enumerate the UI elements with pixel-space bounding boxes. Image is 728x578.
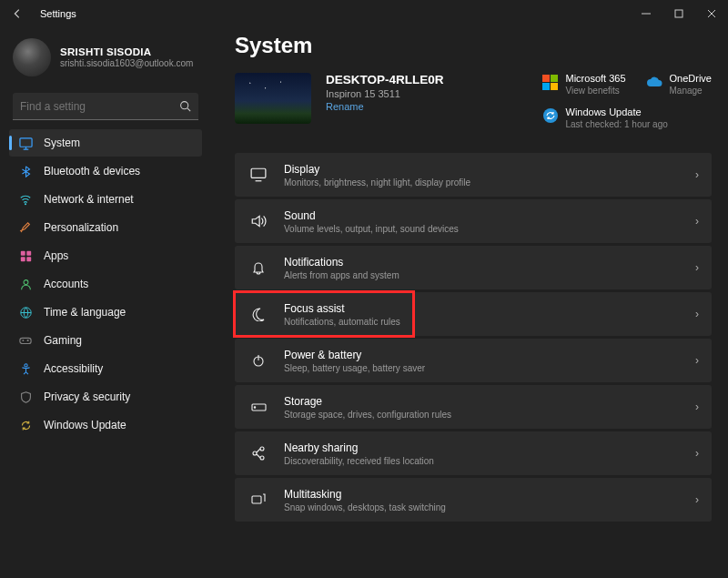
svg-point-11: [27, 340, 28, 340]
svg-rect-21: [252, 496, 261, 503]
list-item-display[interactable]: DisplayMonitors, brightness, night light…: [235, 153, 712, 197]
sidebar-item-personalization[interactable]: Personalization: [9, 214, 202, 241]
sidebar-item-update[interactable]: Windows Update: [9, 411, 202, 439]
sidebar-item-bluetooth[interactable]: Bluetooth & devices: [9, 157, 202, 185]
gamepad-icon: [16, 334, 35, 347]
title-bar: Settings: [0, 0, 728, 27]
nav-list: System Bluetooth & devices Network & int…: [7, 129, 204, 439]
list-item-multitasking[interactable]: MultitaskingSnap windows, desktops, task…: [235, 478, 712, 522]
sidebar-item-accessibility[interactable]: Accessibility: [9, 355, 202, 382]
svg-rect-4: [20, 250, 25, 255]
search-box[interactable]: [13, 93, 198, 120]
search-input[interactable]: [20, 100, 179, 113]
close-button[interactable]: [695, 0, 728, 27]
shield-icon: [16, 391, 35, 403]
sidebar-item-label: Gaming: [44, 334, 82, 347]
window-title: Settings: [40, 8, 76, 19]
sidebar-item-label: Time & language: [44, 306, 126, 319]
profile-email: srishti.sisodia1603@outlook.com: [60, 58, 193, 68]
bluetooth-icon: [16, 166, 35, 177]
list-item-storage[interactable]: StorageStorage space, drives, configurat…: [235, 385, 712, 429]
desktop-thumbnail[interactable]: [235, 73, 311, 124]
bell-icon: [248, 260, 269, 275]
multitasking-icon: [248, 493, 269, 506]
list-item-power[interactable]: Power & batterySleep, battery usage, bat…: [235, 339, 712, 382]
list-item-notifications[interactable]: NotificationsAlerts from apps and system…: [235, 246, 712, 289]
svg-rect-0: [675, 10, 682, 17]
maximize-button[interactable]: [662, 0, 695, 27]
moon-icon: [248, 307, 269, 321]
sidebar-item-network[interactable]: Network & internet: [9, 186, 202, 213]
chevron-right-icon: ›: [695, 308, 699, 320]
sidebar-item-label: Accessibility: [44, 362, 103, 375]
sidebar-item-label: Privacy & security: [44, 390, 130, 403]
minimize-button[interactable]: [630, 0, 662, 27]
sidebar-item-privacy[interactable]: Privacy & security: [9, 383, 202, 411]
microsoft-logo-icon: [542, 74, 559, 90]
quick-update[interactable]: Windows UpdateLast checked: 1 hour ago: [542, 106, 713, 129]
sidebar-item-label: Accounts: [44, 278, 88, 290]
svg-rect-2: [19, 137, 31, 146]
svg-point-12: [24, 363, 26, 366]
svg-point-8: [24, 279, 28, 284]
device-name: DESKTOP-4RLLE0R: [326, 73, 444, 86]
system-settings-list: DisplayMonitors, brightness, night light…: [235, 153, 712, 522]
system-icon: [16, 137, 35, 150]
search-icon: [179, 100, 191, 112]
update-icon: [542, 107, 559, 124]
quick-onedrive[interactable]: OneDriveManage: [646, 73, 712, 96]
profile-name: SRISHTI SISODIA: [60, 46, 193, 57]
accessibility-icon: [16, 363, 35, 375]
sidebar-item-label: Apps: [44, 249, 68, 262]
svg-rect-6: [20, 257, 25, 261]
sidebar-item-label: Personalization: [44, 221, 118, 234]
svg-point-20: [260, 456, 264, 460]
list-item-sound[interactable]: SoundVolume levels, output, input, sound…: [235, 199, 712, 243]
list-item-focus-assist[interactable]: Focus assistNotifications, automatic rul…: [235, 292, 712, 336]
power-icon: [248, 353, 269, 368]
device-header: DESKTOP-4RLLE0R Inspiron 15 3511 Rename …: [235, 73, 712, 129]
sidebar-item-accounts[interactable]: Accounts: [9, 270, 202, 298]
svg-point-1: [181, 102, 188, 109]
sidebar-item-system[interactable]: System: [9, 129, 202, 157]
svg-point-18: [260, 447, 264, 451]
svg-point-17: [254, 407, 255, 408]
sidebar-item-gaming[interactable]: Gaming: [9, 327, 202, 354]
cloud-icon: [646, 74, 662, 90]
chevron-right-icon: ›: [695, 215, 699, 228]
sidebar-item-label: Windows Update: [44, 419, 126, 431]
chevron-right-icon: ›: [695, 354, 699, 367]
quick-m365[interactable]: Microsoft 365View benefits: [542, 73, 626, 96]
chevron-right-icon: ›: [695, 447, 699, 460]
chevron-right-icon: ›: [695, 261, 699, 274]
sidebar-item-time[interactable]: Time & language: [9, 299, 202, 326]
sound-icon: [248, 213, 269, 229]
sidebar: SRISHTI SISODIA srishti.sisodia1603@outl…: [0, 27, 207, 578]
wifi-icon: [16, 193, 35, 206]
sidebar-item-label: Bluetooth & devices: [44, 165, 140, 177]
brush-icon: [16, 221, 35, 234]
page-title: System: [235, 33, 712, 58]
rename-link[interactable]: Rename: [326, 101, 444, 112]
profile-block[interactable]: SRISHTI SISODIA srishti.sisodia1603@outl…: [7, 33, 204, 89]
svg-point-3: [25, 204, 25, 205]
sidebar-item-label: System: [44, 137, 80, 149]
person-icon: [16, 279, 35, 290]
svg-rect-7: [26, 257, 31, 261]
back-button[interactable]: [11, 7, 35, 20]
svg-point-19: [253, 451, 257, 455]
sidebar-item-apps[interactable]: Apps: [9, 242, 202, 269]
chevron-right-icon: ›: [695, 493, 699, 506]
update-icon: [16, 420, 35, 431]
svg-rect-14: [251, 169, 266, 178]
list-item-nearby[interactable]: Nearby sharingDiscoverability, received …: [235, 431, 712, 475]
display-icon: [248, 167, 269, 183]
svg-rect-10: [20, 338, 31, 343]
sidebar-item-label: Network & internet: [44, 193, 134, 206]
svg-rect-5: [26, 250, 31, 255]
device-model: Inspiron 15 3511: [326, 88, 444, 99]
apps-icon: [16, 250, 35, 262]
svg-point-13: [543, 108, 558, 123]
globe-icon: [16, 307, 35, 319]
main-content: System DESKTOP-4RLLE0R Inspiron 15 3511 …: [207, 27, 728, 578]
